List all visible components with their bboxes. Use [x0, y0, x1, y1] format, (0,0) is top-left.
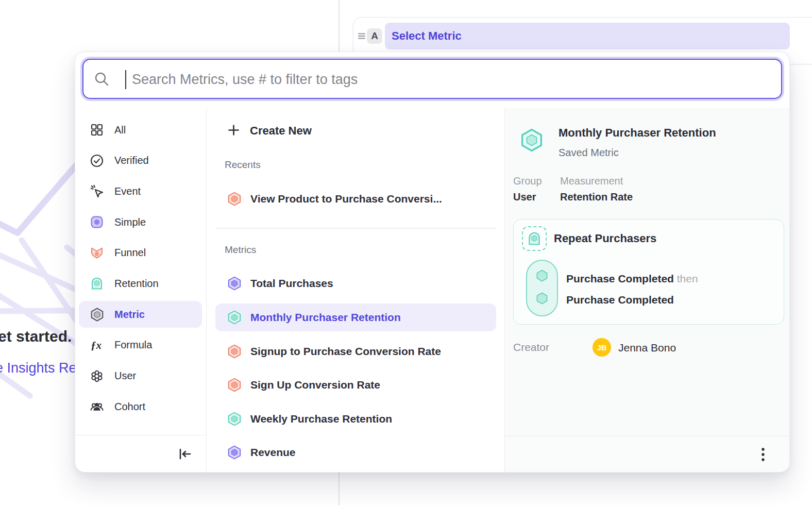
measurement-label: Measurement: [560, 175, 623, 187]
select-metric-label: Select Metric: [392, 29, 462, 43]
sidebar-item-label: Retention: [114, 278, 159, 290]
sidebar-item-verified[interactable]: Verified: [79, 147, 202, 174]
sidebar-footer: [75, 435, 206, 472]
metric-item[interactable]: Sign Up Conversion Rate: [215, 371, 496, 399]
metric-item-label: Signup to Purchase Conversion Rate: [250, 345, 441, 358]
group-value: User: [513, 191, 536, 203]
measurement-value: Retention Rate: [560, 191, 633, 203]
event-icon: [90, 184, 104, 198]
creator-name: Jenna Bono: [618, 342, 676, 354]
sidebar-item-label: Verified: [114, 155, 149, 166]
creator-label: Creator: [513, 341, 549, 354]
metric-item[interactable]: Signup to Purchase Conversion Rate: [215, 338, 496, 365]
sidebar-item-label: Simple: [114, 216, 146, 228]
definition-card-title: Repeat Purchasers: [554, 232, 656, 245]
formula-icon: ƒx: [90, 338, 104, 352]
metric-hexagon-icon: [227, 445, 242, 460]
search-box[interactable]: [82, 59, 782, 99]
detail-title: Monthly Purchaser Retention: [559, 126, 716, 140]
detail-subtitle: Saved Metric: [559, 147, 619, 159]
category-list: AllVerifiedEventSimpleFunnelRetentionMet…: [79, 116, 202, 420]
then-connector: then: [677, 273, 698, 284]
metric-item-label: Revenue: [250, 446, 296, 459]
sidebar-item-cohort[interactable]: Cohort: [79, 393, 202, 420]
cohort-icon: [90, 399, 104, 414]
metric-item-label: Weekly Purchase Retention: [250, 413, 392, 425]
sidebar-item-label: All: [114, 124, 126, 136]
section-divider: [215, 228, 496, 229]
sidebar-item-retention[interactable]: Retention: [79, 270, 202, 297]
simple-icon: [90, 215, 104, 229]
retention-icon: [90, 276, 104, 291]
metric-item-label: Monthly Purchaser Retention: [250, 311, 401, 324]
metric-hexagon-icon: [227, 310, 242, 325]
recents-heading: Recents: [225, 159, 261, 171]
metric-definition-card: Repeat Purchasers Purchase Completed the…: [513, 219, 784, 325]
collapse-sidebar-button[interactable]: [176, 445, 194, 463]
event-hexagon-icon: [535, 269, 549, 284]
sidebar-item-formula[interactable]: ƒxFormula: [79, 332, 202, 359]
drag-handle-icon[interactable]: [358, 31, 366, 43]
step-2: Purchase Completed: [566, 294, 674, 306]
svg-text:ƒx: ƒx: [91, 339, 102, 351]
plus-icon: [227, 124, 240, 139]
collapse-left-icon: [177, 446, 193, 462]
verified-icon: [90, 154, 104, 168]
metric-item[interactable]: Total Purchases: [215, 270, 496, 297]
more-options-button[interactable]: [755, 445, 771, 464]
sidebar-item-all[interactable]: All: [79, 116, 202, 143]
metric-item-label: Total Purchases: [250, 277, 333, 290]
event-steps-pill: [526, 260, 558, 316]
metric-item-label: Sign Up Conversion Rate: [250, 379, 380, 391]
metric-picker-modal: AllVerifiedEventSimpleFunnelRetentionMet…: [75, 52, 790, 473]
background-insights-link-fragment[interactable]: e Insights Re: [0, 360, 77, 376]
sidebar-item-label: Formula: [114, 339, 152, 351]
select-metric-button[interactable]: Select Metric: [385, 23, 790, 49]
event-hexagon-icon: [535, 292, 549, 307]
step-1: Purchase Completed then: [566, 273, 698, 285]
create-new-label: Create New: [250, 124, 312, 138]
detail-footer: [505, 436, 789, 472]
metric-hexagon-icon: [227, 276, 242, 291]
create-new-button[interactable]: Create New: [215, 119, 496, 143]
retention-step-icon: [522, 226, 547, 251]
category-sidebar: AllVerifiedEventSimpleFunnelRetentionMet…: [75, 108, 207, 472]
modal-body: AllVerifiedEventSimpleFunnelRetentionMet…: [75, 108, 789, 472]
sidebar-item-user[interactable]: User: [79, 363, 202, 390]
recent-item[interactable]: View Product to Purchase Conversi...: [215, 185, 496, 213]
creator-avatar: JB: [593, 338, 611, 357]
metric-hexagon-icon: [227, 378, 242, 392]
text-cursor: [125, 70, 126, 89]
funnel-icon: [90, 246, 104, 260]
metrics-heading: Metrics: [225, 244, 256, 256]
sidebar-item-metric[interactable]: Metric: [79, 301, 202, 328]
sidebar-item-label: Funnel: [114, 247, 146, 259]
sidebar-item-funnel[interactable]: Funnel: [79, 240, 202, 266]
search-icon: [94, 71, 109, 87]
metric-item[interactable]: Monthly Purchaser Retention: [215, 304, 496, 331]
sidebar-item-label: User: [114, 370, 136, 382]
background-headline-fragment: et started.: [0, 328, 72, 345]
group-label: Group: [513, 175, 542, 187]
metric-icon: [90, 307, 104, 322]
grid-icon: [90, 123, 104, 137]
metric-detail-panel: Monthly Purchaser Retention Saved Metric…: [504, 108, 789, 472]
saved-metric-hexagon-icon: [520, 128, 544, 154]
metric-list-column: Create New Recents View Product to Purch…: [207, 108, 504, 472]
sidebar-item-event[interactable]: Event: [79, 178, 202, 205]
sidebar-item-simple[interactable]: Simple: [79, 209, 202, 235]
series-letter-badge: A: [367, 28, 382, 44]
metric-hexagon-icon: [227, 344, 242, 359]
user-icon: [90, 369, 104, 383]
sidebar-item-label: Metric: [114, 309, 145, 321]
kebab-menu-icon: [759, 446, 767, 463]
metric-hexagon-icon: [227, 412, 242, 426]
page: et started. e Insights Re A Select Metri…: [0, 0, 812, 505]
metric-item[interactable]: Revenue: [215, 439, 496, 466]
search-input[interactable]: [131, 60, 776, 99]
sidebar-item-label: Event: [114, 186, 141, 197]
metric-hexagon-icon: [227, 192, 242, 206]
metric-item-label: View Product to Purchase Conversi...: [250, 193, 442, 205]
metric-item[interactable]: Weekly Purchase Retention: [215, 405, 496, 433]
sidebar-item-label: Cohort: [114, 401, 145, 413]
